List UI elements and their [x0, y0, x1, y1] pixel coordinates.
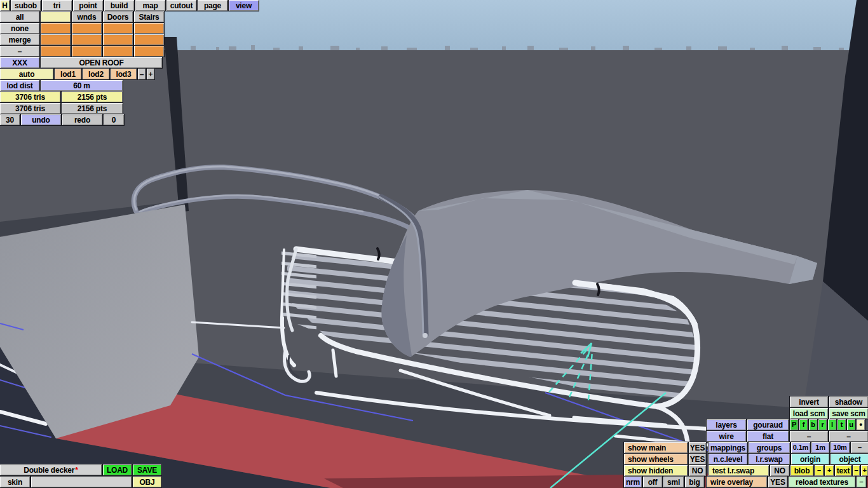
- mappings-button[interactable]: mappings: [709, 442, 747, 453]
- menu-tab-view-active[interactable]: view: [229, 0, 259, 11]
- shadow-button[interactable]: shadow: [829, 396, 868, 407]
- tris-count-lod: 3706 tris: [0, 103, 60, 114]
- invert-button[interactable]: invert: [790, 396, 828, 407]
- select-none-button[interactable]: none: [0, 23, 39, 34]
- menu-tab-subob[interactable]: subob: [11, 0, 41, 11]
- dash-button-2[interactable]: –: [829, 431, 868, 442]
- subobject-cell[interactable]: [134, 34, 164, 45]
- gouraud-button[interactable]: gouraud: [747, 419, 789, 430]
- lod3-button[interactable]: lod3: [111, 69, 137, 79]
- lod-minus-button[interactable]: –: [138, 69, 146, 79]
- wire-overlay-toggle[interactable]: YES: [768, 477, 787, 487]
- menu-tab-build[interactable]: build: [104, 0, 134, 11]
- obj-button[interactable]: OBJ: [133, 477, 161, 487]
- subobject-cell[interactable]: [134, 23, 164, 34]
- skin-row: skin OBJ: [0, 477, 161, 487]
- nrm-sml-button[interactable]: sml: [663, 477, 684, 487]
- menu-tab-h[interactable]: H: [0, 0, 10, 11]
- save-scm-button[interactable]: save scm: [829, 408, 868, 419]
- subobject-row-merge: merge: [0, 34, 164, 45]
- show-wheels-toggle[interactable]: YES: [689, 454, 706, 464]
- subobject-cell[interactable]: [41, 46, 71, 57]
- skin-field[interactable]: [31, 477, 132, 487]
- subobject-cell[interactable]: [103, 23, 133, 34]
- subobject-cell[interactable]: [103, 34, 133, 45]
- text-button[interactable]: text: [835, 465, 851, 476]
- load-scm-button[interactable]: load scm: [790, 408, 828, 419]
- open-roof-button[interactable]: OPEN ROOF: [41, 57, 162, 68]
- show-hidden-toggle[interactable]: NO: [689, 465, 706, 476]
- subobject-doors-button[interactable]: Doors: [103, 11, 133, 22]
- model-name: Double decker: [24, 466, 74, 474]
- proj-f-button[interactable]: f: [799, 419, 808, 430]
- nrm-row: nrm off sml big wire overlay YES reload …: [624, 477, 866, 487]
- lr-swap-button[interactable]: l.r.swap: [749, 454, 790, 464]
- lod-auto-button[interactable]: auto: [0, 69, 53, 79]
- blob-button[interactable]: blob: [790, 465, 813, 476]
- reload-dash-button[interactable]: –: [857, 477, 866, 487]
- subobject-cell[interactable]: [134, 46, 164, 57]
- nrm-big-button[interactable]: big: [685, 477, 704, 487]
- subobject-cell[interactable]: [72, 46, 102, 57]
- proj-p-button[interactable]: P: [790, 419, 798, 430]
- lod1-button[interactable]: lod1: [55, 69, 81, 79]
- snap-1m-button[interactable]: 1m: [811, 442, 829, 453]
- nrm-off-button[interactable]: off: [643, 477, 662, 487]
- text-plus-button[interactable]: +: [861, 465, 868, 476]
- layers-button[interactable]: layers: [707, 419, 746, 430]
- subobject-cell[interactable]: [72, 23, 102, 34]
- proj-l-button[interactable]: l: [828, 419, 836, 430]
- undo-row: 30 undo redo 0: [0, 114, 124, 125]
- subobject-cell[interactable]: [41, 34, 71, 45]
- proj-u-button[interactable]: u: [847, 419, 855, 430]
- snap-dash-button[interactable]: –: [851, 442, 868, 453]
- model-name-field[interactable]: Double decker*: [0, 464, 102, 475]
- subobject-row-dash: –: [0, 46, 164, 57]
- groups-button[interactable]: groups: [749, 442, 790, 453]
- menu-tab-map[interactable]: map: [135, 0, 165, 11]
- proj-b-button[interactable]: b: [809, 419, 817, 430]
- wire-button[interactable]: wire: [707, 431, 746, 442]
- nc-level-button[interactable]: n.c.level: [709, 454, 747, 464]
- undo-count: 30: [0, 114, 20, 125]
- lod-dist-value[interactable]: 60 m: [41, 80, 123, 91]
- test-lr-swap-toggle[interactable]: NO: [770, 465, 789, 476]
- skin-button[interactable]: skin: [0, 477, 30, 487]
- xxx-button[interactable]: XXX: [0, 57, 39, 68]
- reload-textures-button[interactable]: reload textures: [789, 477, 855, 487]
- lod-plus-button[interactable]: +: [147, 69, 154, 79]
- proj-t-button[interactable]: t: [837, 419, 846, 430]
- blob-plus-button[interactable]: +: [825, 465, 834, 476]
- snap-01m-button[interactable]: 0.1m: [791, 442, 810, 453]
- merge-button[interactable]: merge: [0, 34, 39, 45]
- menu-tab-cutout[interactable]: cutout: [166, 0, 196, 11]
- menu-tab-point[interactable]: point: [73, 0, 103, 11]
- show-main-toggle[interactable]: YES: [689, 442, 706, 453]
- show-main-row: show main YES mappings groups 0.1m 1m 10…: [624, 442, 868, 453]
- subobject-cell[interactable]: [103, 46, 133, 57]
- object-button[interactable]: object: [831, 454, 868, 464]
- dash-button-1[interactable]: –: [790, 431, 828, 442]
- shading-row: layers gouraud P f b r l t u ●: [707, 419, 865, 430]
- undo-button[interactable]: undo: [21, 114, 61, 125]
- save-button[interactable]: SAVE: [133, 464, 161, 475]
- dash-button[interactable]: –: [0, 46, 39, 57]
- snap-10m-button[interactable]: 10m: [831, 442, 850, 453]
- proj-r-button[interactable]: r: [818, 419, 827, 430]
- flat-button[interactable]: flat: [747, 431, 789, 442]
- menu-tab-tri[interactable]: tri: [42, 0, 72, 11]
- menu-tab-page[interactable]: page: [198, 0, 227, 11]
- subobject-cell[interactable]: [41, 23, 71, 34]
- proj-dot-button[interactable]: ●: [857, 419, 865, 430]
- lod2-button[interactable]: lod2: [83, 69, 109, 79]
- select-all-button[interactable]: all: [0, 11, 39, 22]
- origin-button[interactable]: origin: [791, 454, 829, 464]
- blob-minus-button[interactable]: –: [815, 465, 824, 476]
- subobject-cell-blank[interactable]: [41, 11, 71, 22]
- text-minus-button[interactable]: –: [853, 465, 860, 476]
- redo-button[interactable]: redo: [62, 114, 102, 125]
- load-button[interactable]: LOAD: [103, 464, 132, 475]
- subobject-wnds-button[interactable]: wnds: [72, 11, 102, 22]
- subobject-cell[interactable]: [72, 34, 102, 45]
- subobject-stairs-button[interactable]: Stairs: [134, 11, 164, 22]
